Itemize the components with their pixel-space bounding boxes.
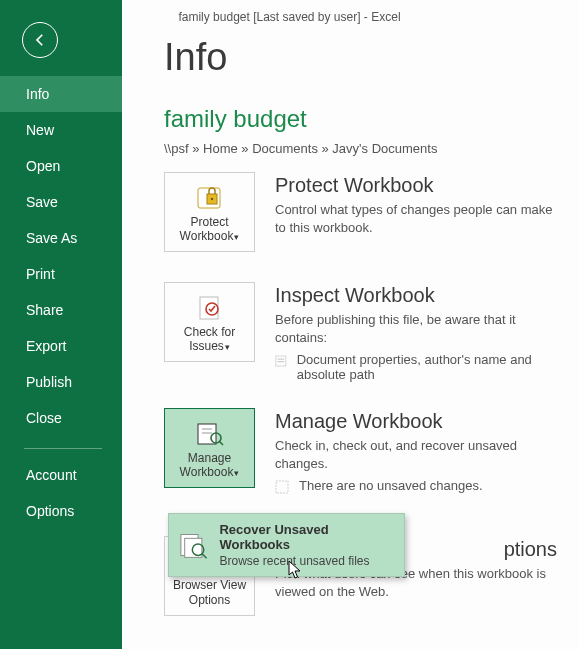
section-inspect: Check forIssues▾ Inspect Workbook Before… xyxy=(164,282,561,382)
svg-rect-7 xyxy=(278,361,285,362)
tile-label: Check forIssues▾ xyxy=(184,325,235,353)
inspect-icon xyxy=(195,291,225,325)
sidebar-item-new[interactable]: New xyxy=(0,112,122,148)
back-button[interactable] xyxy=(22,22,58,58)
bullet-icon xyxy=(275,354,287,368)
sidebar-item-label: Save As xyxy=(26,230,77,246)
section-protect: ProtectWorkbook▾ Protect Workbook Contro… xyxy=(164,172,561,252)
sidebar-item-label: Export xyxy=(26,338,66,354)
breadcrumb[interactable]: \\psf » Home » Documents » Javy's Docume… xyxy=(164,141,561,156)
sidebar-item-export[interactable]: Export xyxy=(0,328,122,364)
menu-item-desc: Browse recent unsaved files xyxy=(219,554,394,568)
tile-label: ManageWorkbook▾ xyxy=(180,451,240,479)
section-manage: ManageWorkbook▾ Manage Workbook Check in… xyxy=(164,408,561,494)
section-heading: Manage Workbook xyxy=(275,410,561,433)
sidebar-separator xyxy=(24,448,102,449)
sidebar-item-label: Close xyxy=(26,410,62,426)
manage-workbook-button[interactable]: ManageWorkbook▾ xyxy=(164,408,255,488)
document-title: family budget xyxy=(164,105,561,133)
backstage-sidebar: Info New Open Save Save As Print Share E… xyxy=(0,0,122,649)
recover-icon xyxy=(179,530,209,560)
recover-unsaved-workbooks-menu-item[interactable]: Recover Unsaved Workbooks Browse recent … xyxy=(168,513,405,577)
tile-label: ProtectWorkbook▾ xyxy=(180,215,240,243)
lock-icon xyxy=(195,181,225,215)
mouse-cursor-icon xyxy=(288,560,304,580)
tile-label: Browser ViewOptions xyxy=(173,578,246,608)
section-desc: Before publishing this file, be aware th… xyxy=(275,311,561,346)
bullet-icon xyxy=(275,480,289,494)
check-for-issues-button[interactable]: Check forIssues▾ xyxy=(164,282,255,362)
svg-point-2 xyxy=(210,198,212,200)
sidebar-item-label: Save xyxy=(26,194,58,210)
sidebar-item-label: Account xyxy=(26,467,77,483)
svg-line-20 xyxy=(202,554,207,559)
section-heading: Protect Workbook xyxy=(275,174,561,197)
sidebar-item-print[interactable]: Print xyxy=(0,256,122,292)
section-desc: Check in, check out, and recover unsaved… xyxy=(275,437,561,472)
section-heading: Inspect Workbook xyxy=(275,284,561,307)
sidebar-item-label: Options xyxy=(26,503,74,519)
sidebar-item-share[interactable]: Share xyxy=(0,292,122,328)
page-title: Info xyxy=(164,36,561,79)
sidebar-item-label: New xyxy=(26,122,54,138)
section-desc: Control what types of changes people can… xyxy=(275,201,561,236)
sidebar-item-label: Share xyxy=(26,302,63,318)
bullet-text: There are no unsaved changes. xyxy=(299,478,483,493)
sidebar-item-open[interactable]: Open xyxy=(0,148,122,184)
svg-rect-6 xyxy=(278,359,285,360)
bullet-text: Document properties, author's name and a… xyxy=(297,352,561,382)
sidebar-item-save-as[interactable]: Save As xyxy=(0,220,122,256)
manage-icon xyxy=(195,417,225,451)
menu-item-title: Recover Unsaved Workbooks xyxy=(219,522,394,552)
svg-rect-13 xyxy=(276,481,288,493)
svg-rect-9 xyxy=(202,428,212,430)
svg-line-12 xyxy=(219,441,223,445)
sidebar-item-account[interactable]: Account xyxy=(0,457,122,493)
arrow-left-icon xyxy=(30,30,50,50)
sidebar-item-info[interactable]: Info xyxy=(0,76,122,112)
sidebar-item-label: Publish xyxy=(26,374,72,390)
protect-workbook-button[interactable]: ProtectWorkbook▾ xyxy=(164,172,255,252)
sidebar-item-label: Open xyxy=(26,158,60,174)
sidebar-item-publish[interactable]: Publish xyxy=(0,364,122,400)
sidebar-item-options[interactable]: Options xyxy=(0,493,122,529)
sidebar-item-label: Print xyxy=(26,266,55,282)
svg-rect-10 xyxy=(202,432,212,434)
sidebar-item-label: Info xyxy=(26,86,49,102)
sidebar-item-close[interactable]: Close xyxy=(0,400,122,436)
sidebar-item-save[interactable]: Save xyxy=(0,184,122,220)
svg-rect-3 xyxy=(200,297,218,319)
